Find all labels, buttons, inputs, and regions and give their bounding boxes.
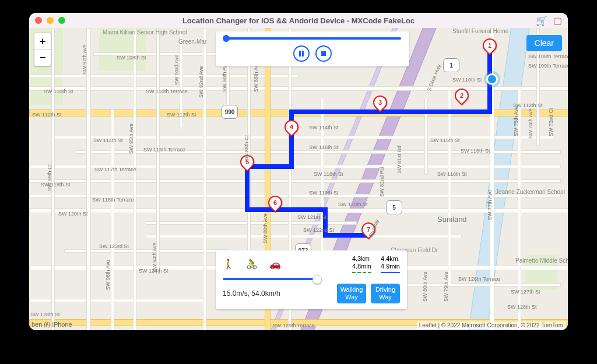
street-label: SW 110th St: [452, 77, 482, 83]
street-label: SW 93rd Ave: [174, 55, 180, 85]
speed-readout: 15.0m/s, 54.0km/h: [223, 289, 280, 298]
window-controls: [35, 17, 65, 24]
street-label: SW 75th Ave: [513, 106, 519, 136]
street-label: SW 116th St: [309, 144, 339, 150]
street-label: SW 112th St: [167, 112, 196, 118]
street-label: SW 117th Terrace: [94, 167, 136, 172]
street-label: SW 96th Ave: [105, 260, 111, 290]
stop-button[interactable]: [315, 45, 332, 62]
street-label: SW 81st Rd: [396, 146, 402, 174]
app-window: Location Changer for iOS && Andorid Devi…: [29, 13, 568, 330]
map-attribution: Leaflet | © 2022 Microsoft Corporation, …: [417, 321, 566, 329]
pause-button[interactable]: [293, 45, 310, 62]
street-label: SW 114th St: [93, 137, 123, 143]
route-segment: [289, 109, 492, 114]
street-label: SW 110th Terrace: [146, 89, 188, 94]
street-label: SW 118th St: [41, 182, 71, 188]
street-label: SW 126th Terrace: [458, 276, 500, 282]
street-label: SW 74th Ave: [528, 108, 533, 139]
street-label: SW 92nd Ave: [198, 66, 204, 98]
street-label: SW 127th St: [511, 289, 540, 295]
street-label: SW 128th St: [507, 304, 537, 310]
current-location-icon: [486, 73, 498, 85]
street-label: SW 112th St: [32, 112, 62, 118]
window-title: Location Changer for iOS && Andorid Devi…: [29, 16, 568, 25]
walking-way-button[interactable]: Walking Way: [337, 284, 366, 303]
place-label: Jeanne Zuckerman School: [496, 189, 536, 195]
street-label: SW 123rd St: [99, 243, 129, 249]
cart-icon[interactable]: 🛒: [536, 15, 547, 26]
place-label: Palmetto Middle School: [515, 257, 550, 264]
route-shield: 1: [443, 58, 459, 72]
place-label: Miami Killian Senior High School: [103, 29, 138, 36]
street-label: SW 120th St: [58, 211, 88, 217]
street-label: SW 94th Ave: [152, 242, 157, 273]
zoom-out-button[interactable]: −: [34, 50, 51, 66]
street-label: SW 118th St: [437, 171, 467, 177]
street-label: SW 116th St: [461, 148, 490, 154]
clear-button[interactable]: Clear: [526, 35, 562, 51]
route-segment: [289, 109, 294, 167]
chat-icon[interactable]: ▢: [553, 15, 562, 26]
street-label: SW 115th Terrace: [143, 147, 185, 153]
street-label: SW 97th Ave: [82, 44, 87, 75]
close-icon[interactable]: [35, 17, 42, 24]
street-label: SW 108th St: [117, 55, 146, 61]
street-label: SW 128th St: [30, 312, 60, 317]
street-label: SW 114th St: [309, 125, 339, 130]
maximize-icon[interactable]: [58, 17, 65, 24]
route-shield: 5: [386, 200, 402, 214]
route-segment: [323, 233, 368, 238]
device-tag: ben 的 iPhone: [31, 320, 72, 329]
walking-metrics: 4.3km 4.8min: [352, 255, 371, 273]
place-label: Suniland: [437, 215, 467, 224]
street-label: SW 88th Ct: [244, 135, 250, 162]
titlebar: Location Changer for iOS && Andorid Devi…: [29, 13, 568, 28]
street-label: SW 77th Ave: [487, 190, 493, 220]
street-label: SW 82nd Rd: [379, 167, 385, 197]
speed-slider[interactable]: [223, 278, 318, 280]
progress-thumb[interactable]: [223, 35, 230, 42]
place-label: Green-Mar: [178, 38, 206, 45]
street-label: SW 122nd St: [303, 227, 334, 233]
street-label: SW 72nd Ct: [548, 108, 554, 136]
street-label: SW 88th Ave: [262, 213, 268, 243]
street-label: SW 119th St: [309, 190, 339, 196]
bike-icon[interactable]: 🚴: [246, 259, 258, 270]
speed-thumb[interactable]: [312, 275, 322, 284]
zoom-in-button[interactable]: +: [34, 33, 51, 50]
street-label: SW 120th St: [338, 202, 368, 207]
street-label: SW 121st St: [297, 214, 326, 220]
route-shield: 990: [222, 105, 238, 119]
playback-panel: [216, 31, 409, 66]
zoom-control: + −: [34, 33, 51, 66]
car-icon[interactable]: 🚗: [269, 259, 281, 270]
street-label: SW 118th St: [314, 171, 343, 177]
street-label: SW 99th Ct: [47, 164, 52, 191]
map-canvas[interactable]: 1 2 3 4 5 6 7 990 1 5 973 SW 108th St SW…: [29, 28, 568, 330]
waypoint-pin[interactable]: 4: [282, 117, 301, 137]
driving-way-button[interactable]: Driving Way: [371, 284, 400, 303]
progress-slider[interactable]: [224, 37, 401, 40]
speed-panel: 🚶 🚴 🚗 4.3km 4.8min 4.4km 4.9min: [216, 250, 407, 309]
place-label: Stanfill Funeral Home: [452, 28, 508, 34]
street-label: SW 79th Ave: [443, 271, 449, 302]
minimize-icon[interactable]: [47, 17, 54, 24]
street-label: SW 80th Ave: [422, 271, 428, 302]
street-label: SW 110th St: [44, 89, 73, 94]
waypoint-pin[interactable]: 1: [480, 36, 500, 55]
street-label: SW 108th Terrace: [528, 54, 568, 59]
street-label: SW 129th Terrace: [273, 323, 315, 328]
street-label: SW 95th Ave: [128, 123, 134, 154]
walk-icon[interactable]: 🚶: [223, 259, 234, 270]
driving-metrics: 4.4km 4.9min: [381, 255, 400, 273]
street-label: SW 109th Terrace: [528, 63, 568, 69]
route-segment: [245, 207, 325, 212]
street-label: SW 115th St: [430, 137, 460, 143]
street-label: SW 118th Terrace: [92, 197, 134, 203]
